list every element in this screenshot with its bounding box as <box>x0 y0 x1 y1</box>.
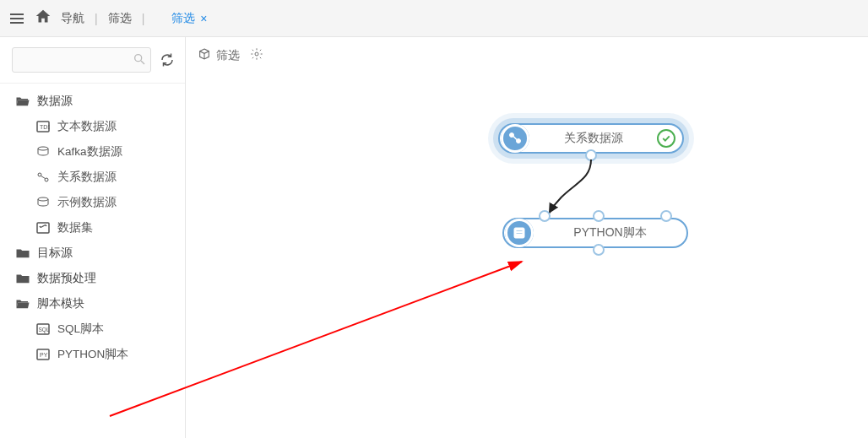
tree-item-label: PYTHON脚本 <box>57 347 128 362</box>
sidebar-item-sample-datasource[interactable]: 示例数据源 <box>0 190 185 215</box>
tree-item-label: 示例数据源 <box>57 195 117 210</box>
svg-rect-19 <box>516 230 523 232</box>
svg-rect-9 <box>37 223 49 233</box>
svg-point-6 <box>45 178 48 181</box>
sidebar-group-preprocess[interactable]: 数据预处理 <box>0 266 185 291</box>
node-port[interactable] <box>593 210 605 222</box>
svg-point-0 <box>135 55 142 62</box>
svg-text:TDS: TDS <box>40 124 50 130</box>
refresh-icon[interactable] <box>158 51 176 69</box>
folder-open-icon <box>15 297 30 311</box>
svg-point-14 <box>255 52 258 56</box>
cube-icon[interactable] <box>198 47 211 63</box>
hamburger-icon[interactable] <box>8 12 25 25</box>
sidebar-search-row <box>0 37 185 84</box>
svg-text:PY: PY <box>40 352 48 358</box>
sidebar-group-label: 脚本模块 <box>37 296 84 311</box>
separator: | <box>140 12 147 25</box>
svg-rect-20 <box>516 233 523 235</box>
flow-edge <box>519 154 621 222</box>
node-port[interactable] <box>539 210 551 222</box>
relation-icon <box>35 170 51 184</box>
sidebar-item-sql-script[interactable]: SQL SQL脚本 <box>0 316 185 342</box>
sidebar-group-label: 数据源 <box>37 94 73 109</box>
body: 数据源 TDS 文本数据源 Kafka数据源 关系数据源 示例数据源 数据集 <box>0 37 868 438</box>
filter-label[interactable]: 筛选 <box>108 11 132 26</box>
top-bar: 导航 | 筛选 | 筛选 × <box>0 0 868 37</box>
svg-line-7 <box>41 176 46 179</box>
sidebar-tree: 数据源 TDS 文本数据源 Kafka数据源 关系数据源 示例数据源 数据集 <box>0 84 185 372</box>
sidebar: 数据源 TDS 文本数据源 Kafka数据源 关系数据源 示例数据源 数据集 <box>0 37 186 438</box>
sample-icon <box>35 196 51 209</box>
python-icon: PY <box>35 348 51 361</box>
node-icon <box>501 124 529 153</box>
status-ok-icon <box>657 129 675 148</box>
canvas-title: 筛选 <box>216 48 240 63</box>
node-port[interactable] <box>585 149 597 161</box>
nav-label[interactable]: 导航 <box>61 11 84 26</box>
kafka-icon <box>35 145 51 159</box>
datasource-icon: TDS <box>35 120 51 133</box>
active-tab[interactable]: 筛选 × <box>171 11 207 26</box>
search-box <box>12 47 151 73</box>
sidebar-group-label: 数据预处理 <box>37 271 96 286</box>
svg-text:SQL: SQL <box>39 327 50 333</box>
svg-point-4 <box>38 147 48 150</box>
gear-icon[interactable] <box>250 47 263 63</box>
sql-icon: SQL <box>35 322 51 336</box>
node-port[interactable] <box>593 244 605 256</box>
separator: | <box>93 12 100 25</box>
sidebar-item-kafka-datasource[interactable]: Kafka数据源 <box>0 139 185 165</box>
node-python-script[interactable]: PYTHON脚本 <box>502 218 688 248</box>
home-icon[interactable] <box>34 8 52 29</box>
canvas-toolbar: 筛选 <box>186 37 868 74</box>
node-label: PYTHON脚本 <box>534 225 686 241</box>
svg-point-8 <box>38 197 48 201</box>
sidebar-item-relational-datasource[interactable]: 关系数据源 <box>0 165 185 190</box>
canvas-area: 筛选 关系数据源 <box>186 37 868 438</box>
search-icon[interactable] <box>133 52 146 66</box>
active-tab-label: 筛选 <box>171 11 195 26</box>
svg-line-1 <box>141 61 144 64</box>
sidebar-item-dataset[interactable]: 数据集 <box>0 215 185 241</box>
flow-canvas[interactable]: 关系数据源 PYTHON脚本 <box>186 74 868 438</box>
tree-item-label: Kafka数据源 <box>57 144 122 160</box>
dataset-icon <box>35 221 51 235</box>
tree-item-label: 文本数据源 <box>57 119 117 134</box>
node-label: 关系数据源 <box>529 131 657 146</box>
svg-point-5 <box>38 173 41 176</box>
sidebar-group-target[interactable]: 目标源 <box>0 241 185 266</box>
folder-icon <box>15 246 30 260</box>
sidebar-group-label: 目标源 <box>37 246 73 261</box>
node-port[interactable] <box>660 210 672 222</box>
svg-line-17 <box>513 137 517 140</box>
sidebar-group-script[interactable]: 脚本模块 <box>0 291 185 316</box>
folder-open-icon <box>15 95 30 108</box>
tree-item-label: SQL脚本 <box>57 322 104 337</box>
close-icon[interactable]: × <box>200 12 207 25</box>
tree-item-label: 数据集 <box>57 220 93 235</box>
tree-item-label: 关系数据源 <box>57 170 117 185</box>
sidebar-item-python-script[interactable]: PY PYTHON脚本 <box>0 342 185 367</box>
sidebar-group-datasource[interactable]: 数据源 <box>0 89 185 114</box>
node-icon <box>505 219 534 247</box>
sidebar-item-text-datasource[interactable]: TDS 文本数据源 <box>0 114 185 139</box>
search-input[interactable] <box>12 47 151 73</box>
folder-icon <box>15 272 30 285</box>
